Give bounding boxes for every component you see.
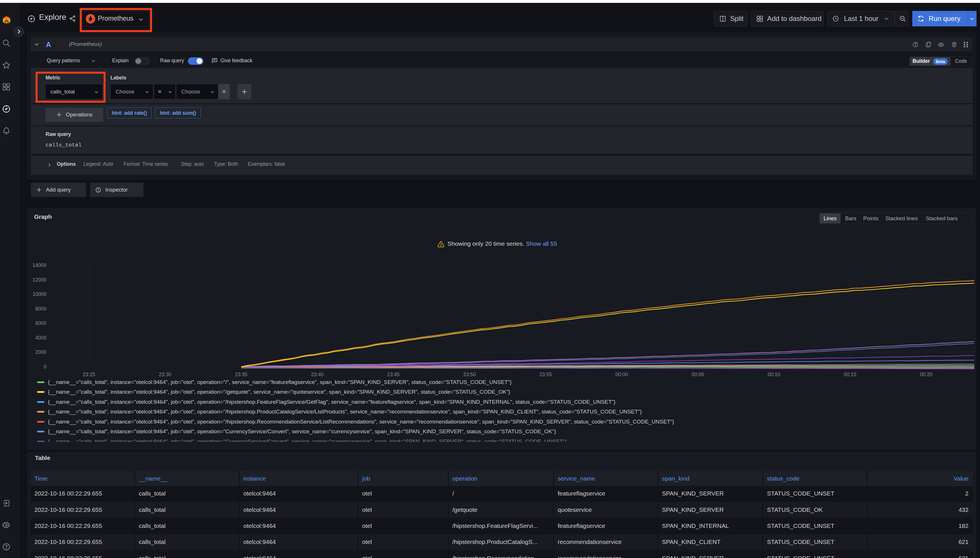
svg-text:10000: 10000: [33, 291, 46, 297]
svg-text:23:40: 23:40: [311, 372, 324, 377]
svg-text:12000: 12000: [33, 277, 46, 283]
svg-text:23:25: 23:25: [82, 372, 95, 377]
svg-text:23:55: 23:55: [539, 372, 552, 377]
svg-text:23:35: 23:35: [235, 372, 248, 377]
svg-text:00:20: 00:20: [920, 372, 932, 377]
svg-text:00:05: 00:05: [692, 372, 704, 377]
svg-text:14000: 14000: [33, 263, 46, 268]
svg-text:0: 0: [44, 364, 46, 369]
svg-text:6000: 6000: [35, 320, 46, 326]
svg-text:23:45: 23:45: [387, 372, 400, 377]
svg-text:8000: 8000: [35, 306, 46, 312]
svg-text:23:50: 23:50: [463, 372, 476, 377]
svg-text:23:30: 23:30: [159, 372, 171, 377]
svg-text:4000: 4000: [35, 335, 46, 341]
svg-text:00:00: 00:00: [615, 372, 628, 377]
svg-text:00:10: 00:10: [768, 372, 780, 377]
svg-text:2000: 2000: [35, 349, 46, 355]
svg-text:00:15: 00:15: [844, 372, 857, 377]
